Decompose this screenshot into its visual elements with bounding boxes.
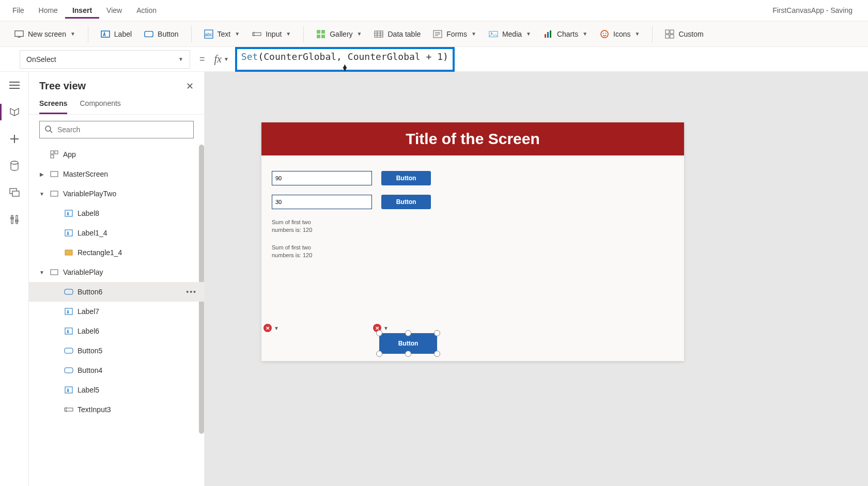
tree-item-textinput3[interactable]: TextInput3 (29, 400, 204, 419)
tree-item-label6[interactable]: Label6 (29, 321, 204, 341)
canvas-button-2[interactable]: Button (381, 195, 431, 209)
label-icon (64, 385, 73, 395)
svg-point-26 (601, 30, 608, 38)
resize-handle-tc[interactable] (405, 330, 411, 336)
formula-input[interactable]: Set(CounterGlobal, CounterGlobal + 1) (241, 51, 448, 62)
tree-item-variableplay[interactable]: ▼ VariablePlay (29, 262, 204, 282)
insert-datatable-button[interactable]: Data table (368, 26, 427, 42)
close-panel-button[interactable]: ✕ (186, 81, 194, 92)
tree-item-button5[interactable]: Button5 (29, 341, 204, 360)
charts-icon (544, 29, 553, 39)
tree-item-label8[interactable]: Label8 (29, 203, 204, 223)
insert-forms-button[interactable]: Forms ▼ (427, 26, 483, 42)
svg-rect-30 (670, 30, 674, 34)
insert-charts-button[interactable]: Charts ▼ (537, 26, 594, 42)
chevron-down-icon: ▼ (471, 31, 476, 37)
svg-rect-2 (101, 31, 110, 37)
tree-item-label1-4[interactable]: Label1_4 (29, 223, 204, 243)
tools-rail-button[interactable] (8, 213, 21, 226)
svg-rect-57 (65, 308, 72, 315)
tree-item-label: App (63, 150, 76, 159)
search-input[interactable] (39, 121, 194, 138)
collapse-icon[interactable]: ▼ (38, 191, 45, 197)
svg-rect-25 (550, 30, 551, 38)
insert-button-button[interactable]: Button (138, 26, 184, 42)
custom-icon (665, 29, 674, 39)
insert-label-button[interactable]: Label (95, 26, 138, 42)
svg-rect-8 (317, 30, 320, 34)
tab-components[interactable]: Components (80, 96, 120, 114)
svg-rect-11 (321, 35, 325, 38)
resize-handle-tl[interactable] (376, 330, 382, 336)
chevron-down-icon: ▼ (274, 325, 279, 331)
fx-button[interactable]: fx▼ (214, 53, 229, 65)
chevron-down-icon: ▼ (383, 325, 389, 331)
main-workspace: Tree view ✕ Screens Components App ▶ (0, 72, 868, 486)
insert-media-button[interactable]: Media ▼ (483, 26, 537, 42)
canvas-textinput-2[interactable] (272, 195, 372, 209)
resize-handle-bl[interactable] (376, 351, 382, 357)
tree-view-rail-button[interactable] (8, 106, 21, 118)
resize-handle-bc[interactable] (405, 351, 411, 357)
property-dropdown[interactable]: OnSelect ▼ (20, 50, 190, 69)
icons-icon (600, 29, 609, 39)
screen-title-bar[interactable]: Title of the Screen (261, 122, 684, 155)
tree-list[interactable]: App ▶ MasterScreen ▼ VariablePlayTwo Lab… (29, 145, 204, 486)
svg-point-22 (491, 32, 492, 34)
menu-insert[interactable]: Insert (65, 2, 99, 19)
more-button[interactable]: ••• (186, 288, 197, 296)
canvas-area[interactable]: Title of the Screen Button Button Sum of… (205, 72, 868, 486)
expand-icon[interactable]: ▶ (38, 171, 45, 177)
resize-handle-tr[interactable] (434, 330, 440, 336)
canvas-button-1[interactable]: Button (381, 171, 431, 185)
screen-preview[interactable]: Title of the Screen Button Button Sum of… (261, 122, 684, 361)
insert-rail-button[interactable] (8, 133, 21, 145)
ribbon: New screen ▼ Label Button abc Text ▼ (0, 21, 868, 47)
svg-rect-51 (51, 191, 58, 196)
resize-handle-br[interactable] (434, 351, 440, 357)
resize-handle-icon[interactable]: ▲▼ (342, 65, 348, 71)
svg-rect-31 (665, 35, 669, 38)
svg-rect-24 (547, 32, 549, 38)
tree-item-button6[interactable]: Button6 ••• (29, 282, 204, 302)
svg-line-46 (50, 131, 52, 133)
insert-text-button[interactable]: abc Text ▼ (198, 26, 246, 42)
chevron-down-icon: ▼ (635, 31, 640, 37)
tree-item-app[interactable]: App (29, 145, 204, 164)
tree-item-label5[interactable]: Label5 (29, 380, 204, 400)
svg-point-28 (606, 33, 607, 34)
canvas-sum-label-2[interactable]: Sum of first two numbers is: 120 (272, 244, 318, 260)
tree-item-label: Button6 (78, 288, 102, 296)
canvas-textinput-1[interactable] (272, 171, 372, 185)
canvas-sum-label-1[interactable]: Sum of first two numbers is: 120 (272, 218, 318, 234)
menu-view[interactable]: View (99, 2, 129, 19)
menu-file[interactable]: File (5, 2, 32, 19)
new-screen-button[interactable]: New screen ▼ (8, 26, 82, 42)
media-icon (489, 29, 498, 39)
tree-item-button4[interactable]: Button4 (29, 360, 204, 380)
insert-icons-button[interactable]: Icons ▼ (594, 26, 646, 42)
menu-action[interactable]: Action (129, 2, 164, 19)
tree-item-label7[interactable]: Label7 (29, 302, 204, 321)
media-rail-button[interactable] (8, 186, 21, 199)
tree-item-masterscreen[interactable]: ▶ MasterScreen (29, 164, 204, 184)
menu-home[interactable]: Home (32, 2, 65, 19)
data-rail-button[interactable] (8, 160, 21, 172)
error-indicator-1[interactable]: ✕ ▼ (264, 324, 279, 332)
tree-item-rectangle1-4[interactable]: Rectangle1_4 (29, 243, 204, 262)
formula-token-func: Set (241, 51, 258, 62)
svg-point-45 (45, 126, 51, 131)
insert-gallery-button[interactable]: Gallery ▼ (310, 26, 368, 42)
insert-custom-button[interactable]: Custom (659, 26, 709, 42)
collapse-icon[interactable]: ▼ (38, 270, 45, 275)
tree-item-label: TextInput3 (78, 405, 111, 414)
svg-rect-61 (65, 387, 72, 393)
tree-item-label: Label5 (78, 386, 99, 394)
svg-rect-59 (65, 348, 73, 353)
hamburger-button[interactable] (8, 79, 21, 91)
selected-control[interactable]: Button (379, 333, 437, 354)
tab-screens[interactable]: Screens (39, 96, 67, 114)
tree-item-variableplaytwo[interactable]: ▼ VariablePlayTwo (29, 184, 204, 203)
insert-input-button[interactable]: Input ▼ (246, 26, 297, 42)
svg-rect-10 (317, 35, 320, 38)
